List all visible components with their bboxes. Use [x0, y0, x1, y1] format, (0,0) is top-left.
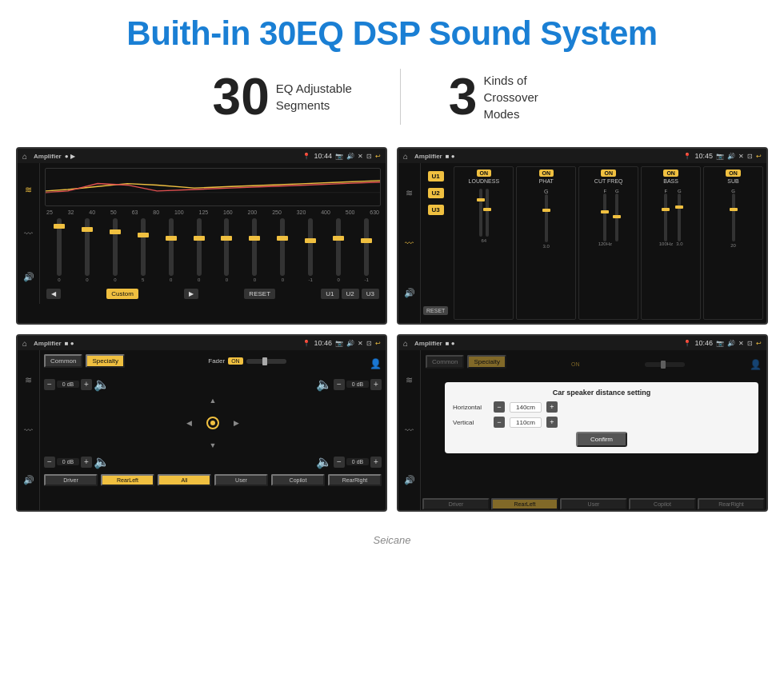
window-icon-3[interactable]: ⊡ [366, 340, 372, 347]
db-plus-lb[interactable]: + [81, 457, 92, 468]
window-icon-2[interactable]: ⊡ [747, 153, 753, 160]
play-btn-1[interactable]: ▶ [184, 289, 198, 299]
close-icon-3[interactable]: ✕ [358, 340, 363, 347]
db-plus-rt[interactable]: + [370, 379, 382, 390]
wave-icon-2[interactable]: 〰 [405, 238, 414, 248]
copilot-btn-3[interactable]: Copilot [271, 474, 325, 486]
eq-icon-1[interactable]: ≋ [25, 185, 32, 195]
all-btn-3[interactable]: All [158, 474, 211, 486]
cs-on-sub[interactable]: ON [726, 170, 741, 177]
speaker-icon-4[interactable]: 🔊 [404, 475, 415, 485]
reset-btn-1[interactable]: RESET [244, 289, 275, 299]
fader-track-3[interactable] [246, 359, 286, 364]
tab-common-3[interactable]: Common [44, 354, 82, 368]
eq-icon-2[interactable]: ≋ [406, 188, 413, 198]
u2-crossover-btn[interactable]: U2 [428, 188, 444, 198]
home-icon-1[interactable]: ⌂ [22, 152, 27, 161]
cs-sv-phat[interactable] [545, 194, 548, 242]
back-icon-1[interactable]: ↩ [375, 153, 381, 160]
db-plus-lt[interactable]: + [81, 379, 92, 390]
cs-sv-1[interactable] [479, 189, 482, 237]
u1-crossover-btn[interactable]: U1 [428, 171, 444, 181]
j-center[interactable] [206, 417, 219, 429]
eq-slider-6[interactable]: 0 [214, 218, 240, 282]
eq-icon-4[interactable]: ≋ [406, 375, 413, 385]
rearright-btn-3[interactable]: RearRight [328, 474, 382, 486]
horizontal-minus-btn[interactable]: − [494, 401, 505, 413]
cs-on-loudness[interactable]: ON [477, 170, 492, 177]
reset-crossover-btn[interactable]: RESET [423, 306, 448, 315]
rearright-btn-4[interactable]: RearRight [698, 498, 765, 510]
eq-slider-9[interactable]: -1 [298, 218, 323, 282]
speaker-icon-1[interactable]: 🔊 [23, 272, 34, 282]
horizontal-plus-btn[interactable]: + [546, 401, 558, 413]
home-icon-4[interactable]: ⌂ [403, 339, 408, 348]
back-icon-2[interactable]: ↩ [756, 153, 762, 160]
db-minus-rb[interactable]: − [334, 457, 345, 468]
j-right-arrow[interactable]: ▶ [234, 419, 239, 427]
back-icon-4[interactable]: ↩ [756, 340, 762, 347]
u3-btn[interactable]: U3 [362, 289, 379, 299]
wave-icon-4[interactable]: 〰 [405, 425, 414, 435]
user-btn-3[interactable]: User [214, 474, 268, 486]
close-icon-2[interactable]: ✕ [738, 153, 744, 160]
eq-slider-3[interactable]: 5 [130, 218, 156, 282]
fader-on-3[interactable]: ON [228, 357, 243, 365]
eq-slider-11[interactable]: -1 [354, 218, 379, 282]
eq-slider-5[interactable]: 0 [186, 218, 212, 282]
close-icon-4[interactable]: ✕ [738, 340, 744, 347]
rearleft-btn-4[interactable]: RearLeft [491, 498, 558, 510]
u2-btn[interactable]: U2 [342, 289, 359, 299]
j-left-arrow[interactable]: ◀ [186, 419, 192, 427]
speaker-icon-3[interactable]: 🔊 [23, 475, 34, 485]
cs-on-bass[interactable]: ON [663, 170, 678, 177]
vertical-minus-btn[interactable]: − [494, 417, 505, 428]
window-icon-4[interactable]: ⊡ [747, 340, 753, 347]
cs-sv-2[interactable] [486, 189, 489, 237]
custom-btn[interactable]: Custom [106, 289, 138, 299]
eq-slider-7[interactable]: 0 [242, 218, 267, 282]
u3-crossover-btn[interactable]: U3 [428, 205, 444, 215]
u1-btn[interactable]: U1 [321, 289, 338, 299]
eq-slider-2[interactable]: 0 [102, 218, 128, 282]
j-up-arrow[interactable]: ▲ [210, 397, 217, 405]
home-icon-3[interactable]: ⌂ [22, 339, 27, 348]
db-minus-rt[interactable]: − [334, 379, 345, 390]
wave-icon-3[interactable]: 〰 [24, 425, 33, 435]
db-minus-lb[interactable]: − [44, 457, 55, 468]
eq-slider-0[interactable]: 0 [46, 218, 72, 282]
vertical-plus-btn[interactable]: + [546, 417, 558, 428]
wave-icon-1[interactable]: 〰 [24, 229, 33, 238]
cs-sv-sub[interactable] [732, 193, 735, 241]
cs-on-phat[interactable]: ON [539, 170, 554, 177]
speaker-btn-row: Driver RearLeft All User Copilot RearRig… [44, 474, 382, 486]
rearleft-btn-3[interactable]: RearLeft [101, 474, 154, 486]
driver-btn-3[interactable]: Driver [44, 474, 98, 486]
driver-btn-4[interactable]: Driver [422, 498, 490, 510]
eq-slider-8[interactable]: 0 [270, 218, 295, 282]
cs-label-bass: BASS [663, 178, 678, 184]
prev-btn-1[interactable]: ◀ [46, 289, 61, 299]
confirm-btn[interactable]: Confirm [576, 432, 627, 447]
cs-sv-cutfreq-g[interactable] [615, 193, 618, 241]
cs-sv-bass-f[interactable] [664, 193, 667, 241]
eq-icon-3[interactable]: ≋ [25, 375, 32, 385]
eq-slider-1[interactable]: 0 [74, 218, 100, 282]
copilot-btn-4[interactable]: Copilot [629, 498, 696, 510]
cs-sv-cutfreq-f[interactable] [603, 193, 606, 241]
j-down-arrow[interactable]: ▼ [210, 441, 217, 449]
home-icon-2[interactable]: ⌂ [403, 152, 408, 161]
user-btn-4[interactable]: User [560, 498, 627, 510]
back-icon-3[interactable]: ↩ [375, 340, 381, 347]
speaker-icon-2[interactable]: 🔊 [404, 288, 415, 298]
tab-specialty-3[interactable]: Specialty [86, 354, 124, 368]
joystick[interactable]: ▲ ◀ ▶ ▼ [185, 395, 241, 451]
cs-sv-bass-g[interactable] [678, 193, 681, 241]
window-icon-1[interactable]: ⊡ [366, 153, 372, 160]
db-minus-lt[interactable]: − [44, 379, 55, 390]
db-plus-rb[interactable]: + [370, 457, 382, 468]
close-icon-1[interactable]: ✕ [358, 153, 363, 160]
cs-on-cutfreq[interactable]: ON [601, 170, 616, 177]
eq-slider-10[interactable]: 0 [326, 218, 351, 282]
eq-slider-4[interactable]: 0 [158, 218, 184, 282]
